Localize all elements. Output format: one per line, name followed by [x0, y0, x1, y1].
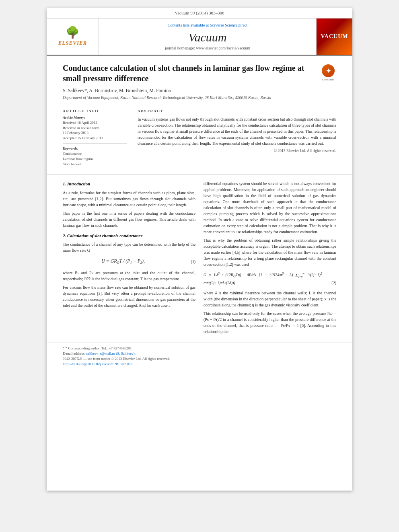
elsevier-tree-icon: 🌳	[66, 27, 80, 38]
keyword-3: Slot channel	[63, 162, 127, 167]
crossmark: ✦ CrossMark	[320, 64, 336, 81]
page: Vacuum 99 (2014) 303–306 🌳 ELSEVIER Cont…	[47, 8, 352, 491]
formula-1-num: (1)	[183, 259, 195, 265]
article-title: Conductance calculation of slot channels…	[63, 63, 316, 84]
history-label: Article history:	[63, 115, 127, 119]
email-link[interactable]: salikeev_s@mail.ru (S. Salikeev).	[86, 351, 136, 355]
authors: S. Salikeev*, A. Burmistrov, M. Bronshte…	[63, 88, 316, 94]
article-info: ARTICLE INFO Article history: Received 1…	[63, 104, 131, 175]
journal-center: Contents lists available at SciVerse Sci…	[99, 18, 316, 55]
revised-date: 13 February 2013	[63, 130, 127, 136]
formula-2: G = Lδ3 / (12RGTη) · dP/dx [1 − (192δ/π5…	[204, 271, 336, 286]
right-p4: This relationship can be used only for t…	[204, 310, 336, 335]
right-p1: differential equations system should be …	[204, 181, 336, 235]
email-line: E-mail address: salikeev_s@mail.ru (S. S…	[63, 351, 336, 355]
article-info-title: ARTICLE INFO	[63, 109, 127, 113]
info-divider	[63, 144, 127, 144]
main-content: 1. Introduction As a rule, formulae for …	[47, 175, 352, 343]
calc-title: 2. Calculation of slot channels conducta…	[63, 232, 195, 239]
elsevier-brand-text: ELSEVIER	[58, 40, 87, 46]
issn-line: 0042-207X/$ — see front matter © 2013 El…	[63, 357, 336, 361]
intro-p1: As a rule, formulae for the simplest for…	[63, 190, 195, 208]
right-p2: That is why the problem of obtaining rat…	[204, 237, 336, 267]
authors-text: S. Salikeev*, A. Burmistrov, M. Bronshte…	[63, 88, 171, 93]
article-history: Article history: Received 18 April 2012 …	[63, 115, 127, 140]
intro-title: 1. Introduction	[63, 181, 195, 187]
elsevier-logo: 🌳 ELSEVIER	[47, 18, 99, 55]
revised-label: Received in revised form	[63, 125, 127, 131]
affiliation: Department of Vacuum Equipment, Kazan Na…	[63, 95, 316, 100]
keywords-group: Keywords: Conductance Laminar flow regim…	[63, 146, 127, 166]
right-p3: where δ is the minimal clearance between…	[204, 290, 336, 308]
journal-ref: Vacuum 99 (2014) 303–306	[175, 10, 224, 15]
formula-1-text: U = GRGT / (P1 − P2),	[101, 258, 145, 264]
received-date: Received 18 April 2012	[63, 120, 127, 125]
page-footer: * * Corresponding author. Tel.: +7 92740…	[47, 343, 352, 370]
sciverse-link: Contents lists available at SciVerse Sci…	[168, 23, 248, 27]
doi-line: http://dx.doi.org/10.1016/j.vacuum.2013.…	[63, 362, 336, 366]
intro-p2: This paper is the first one in a series …	[63, 210, 195, 228]
crossmark-label: CrossMark	[322, 78, 334, 81]
left-column: 1. Introduction As a rule, formulae for …	[63, 181, 195, 337]
homepage-link[interactable]: journal homepage: www.elsevier.com/locat…	[165, 46, 250, 50]
journal-thumbnail: VACUUM	[316, 18, 352, 55]
article-title-section: Conductance calculation of slot channels…	[47, 55, 352, 104]
keyword-1: Conductance	[63, 151, 127, 156]
calc-p3: For viscous flow the mass flow rate can …	[63, 284, 195, 308]
formula-2-text: G = Lδ3 / (12RGTη) · dP/dx [1 − (192δ/π5…	[204, 273, 325, 285]
abstract-title: ABSTRACT	[138, 109, 336, 113]
journal-header: 🌳 ELSEVIER Contents lists available at S…	[47, 18, 352, 55]
thumbnail-text: VACUUM	[321, 33, 348, 40]
formula-2-num: (2)	[325, 280, 336, 286]
article-body: ARTICLE INFO Article history: Received 1…	[47, 104, 352, 175]
doi-link[interactable]: http://dx.doi.org/10.1016/j.vacuum.2013.…	[63, 362, 132, 366]
email-label: E-mail address:	[63, 351, 85, 355]
journal-title-header: Vacuum	[189, 31, 227, 44]
right-column: differential equations system should be …	[204, 181, 336, 337]
footnote-1-text: * Corresponding author. Tel.: +7 9274036…	[66, 346, 133, 350]
abstract-text: In vacuum systems gas flows not only thr…	[138, 116, 336, 146]
top-bar: Vacuum 99 (2014) 303–306	[47, 8, 352, 18]
abstract-section: ABSTRACT In vacuum systems gas flows not…	[131, 104, 336, 175]
sciverse-name[interactable]: SciVerse ScienceDirect	[210, 23, 248, 27]
sciverse-prefix: Contents lists available at	[168, 23, 209, 27]
copyright-line: © 2013 Elsevier Ltd. All rights reserved…	[138, 149, 336, 153]
footnote-1: * * Corresponding author. Tel.: +7 92740…	[63, 346, 336, 350]
calc-p2: where P₁ and P₂ are pressures at the inl…	[63, 270, 195, 282]
accepted-date: Accepted 15 February 2013	[63, 136, 127, 141]
formula-2-eq: G = Lδ3 / (12RGTη) · dP/dx [1 − (192δ/π5…	[204, 271, 325, 286]
keywords-label: Keywords:	[63, 146, 127, 150]
keyword-2: Laminar flow regime	[63, 156, 127, 162]
article-title-text: Conductance calculation of slot channels…	[63, 63, 316, 100]
formula-1-eq: U = GRGT / (P1 − P2),	[63, 257, 183, 265]
crossmark-icon: ✦	[322, 64, 335, 77]
footnote-star: *	[63, 346, 65, 350]
formula-1: U = GRGT / (P1 − P2), (1)	[63, 257, 195, 265]
calc-p1: The conductance of a channel of any type…	[63, 241, 195, 253]
